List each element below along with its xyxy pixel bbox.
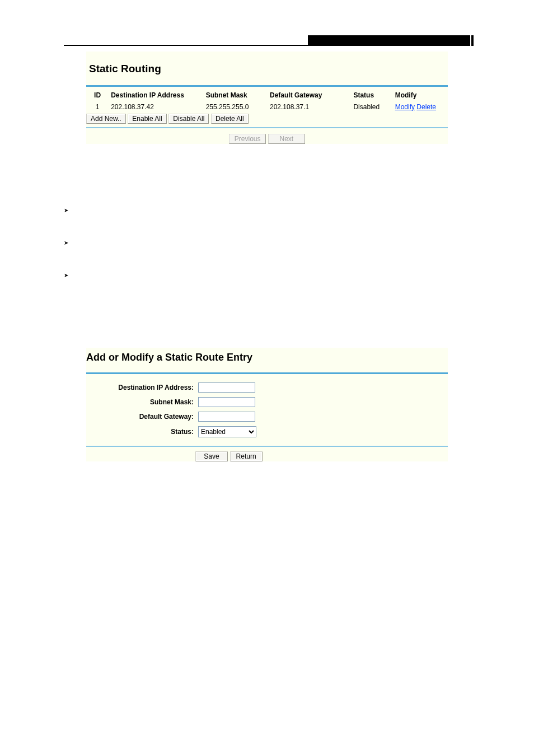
table-header-row: ID Destination IP Address Subnet Mask De… (86, 89, 448, 101)
label-gateway: Default Gateway: (87, 410, 197, 423)
bullet-icon: ➤ (64, 270, 75, 279)
cell-status: Disabled (353, 101, 395, 113)
cell-id: 1 (86, 101, 111, 113)
pager: Previous Next (86, 134, 448, 144)
divider (86, 372, 448, 374)
col-id: ID (86, 89, 111, 101)
cell-gateway: 202.108.37.1 (270, 101, 353, 113)
save-button[interactable]: Save (195, 451, 228, 461)
form-buttons: Save Return (195, 451, 448, 461)
header-rule (64, 45, 470, 46)
previous-button: Previous (229, 134, 266, 144)
divider (86, 127, 448, 128)
return-button[interactable]: Return (230, 451, 263, 461)
label-subnet: Subnet Mask: (87, 395, 197, 409)
add-modify-panel: Add or Modify a Static Route Entry Desti… (86, 348, 448, 461)
toolbar-row: Add New.. Enable All Disable All Delete … (86, 114, 448, 124)
destination-ip-input[interactable] (198, 382, 255, 393)
default-gateway-input[interactable] (198, 412, 255, 422)
delete-all-button[interactable]: Delete All (211, 114, 249, 124)
list-item: ➤ (64, 206, 470, 216)
delete-link[interactable]: Delete (416, 103, 436, 111)
description-area: ➤ ➤ ➤ (64, 206, 470, 281)
static-routing-panel: Static Routing ID Destination IP Address… (86, 52, 448, 144)
panel-title: Static Routing (89, 63, 448, 75)
panel-title: Add or Modify a Static Route Entry (86, 352, 448, 363)
subnet-mask-input[interactable] (198, 397, 255, 407)
cell-actions: Modify Delete (395, 101, 448, 113)
col-modify: Modify (395, 89, 448, 101)
table-row: 1 202.108.37.42 255.255.255.0 202.108.37… (86, 101, 448, 113)
disable-all-button[interactable]: Disable All (168, 114, 209, 124)
col-subnet: Subnet Mask (206, 89, 270, 101)
add-new-button[interactable]: Add New.. (86, 114, 126, 124)
col-destination: Destination IP Address (111, 89, 206, 101)
col-status: Status (353, 89, 395, 101)
label-status: Status: (87, 424, 197, 439)
header-blackout (308, 35, 470, 46)
divider (86, 85, 448, 87)
label-destination: Destination IP Address: (87, 381, 197, 394)
col-gateway: Default Gateway (270, 89, 353, 101)
modify-link[interactable]: Modify (395, 103, 415, 111)
bullet-icon: ➤ (64, 206, 75, 214)
list-item: ➤ (64, 270, 470, 281)
next-button: Next (268, 134, 305, 144)
static-route-form: Destination IP Address: Subnet Mask: Def… (86, 380, 448, 440)
enable-all-button[interactable]: Enable All (128, 114, 166, 124)
cell-destination: 202.108.37.42 (111, 101, 206, 113)
list-item: ➤ (64, 238, 470, 248)
bullet-icon: ➤ (64, 238, 75, 247)
cell-subnet: 255.255.255.0 (206, 101, 270, 113)
divider (86, 446, 448, 447)
routing-table: ID Destination IP Address Subnet Mask De… (86, 89, 448, 113)
status-select[interactable]: EnabledDisabled (198, 426, 256, 437)
